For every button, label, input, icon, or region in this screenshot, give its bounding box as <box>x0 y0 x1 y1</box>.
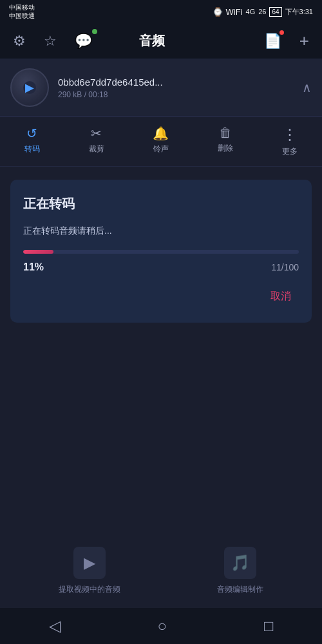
bell-icon: 🔔 <box>153 126 169 141</box>
progress-percent: 11% <box>23 261 44 273</box>
cancel-button[interactable]: 取消 <box>263 286 299 307</box>
recent-apps-button[interactable]: □ <box>251 612 287 640</box>
extract-audio-label: 提取视频中的音频 <box>59 584 120 595</box>
progress-dialog: 正在转码 正在转码音频请稍后... 11% 11/100 取消 <box>10 180 312 323</box>
progress-row: 11% 11/100 <box>23 261 299 273</box>
signal1-icon: 4G <box>246 8 256 15</box>
toolbar: ↺ 转码 ✂ 裁剪 🔔 铃声 🗑 删除 ⋮ 更多 <box>0 117 322 167</box>
audio-edit-label: 音频编辑制作 <box>217 584 263 595</box>
progress-track <box>23 250 299 254</box>
top-nav-bar: ⚙ ☆ 💬 音频 📄 + <box>0 23 322 59</box>
doc-badge <box>279 30 284 35</box>
carrier2: 中国联通 <box>9 12 35 20</box>
video-icon: ▶ <box>84 554 95 572</box>
toolbar-more[interactable]: ⋮ 更多 <box>272 123 308 160</box>
audio-edit-item[interactable]: 🎵 音频编辑制作 <box>217 547 263 595</box>
transcode-label: 转码 <box>24 144 40 155</box>
progress-count: 11/100 <box>271 262 299 272</box>
add-icon[interactable]: + <box>297 28 312 53</box>
toolbar-transcode[interactable]: ↺ 转码 <box>14 123 50 160</box>
chat-icon[interactable]: 💬 <box>72 30 95 52</box>
toolbar-ringtone[interactable]: 🔔 铃声 <box>142 123 179 160</box>
music-meta: 290 kB / 00:18 <box>58 90 293 99</box>
album-art[interactable]: ▶ <box>10 68 49 107</box>
transcode-icon: ↺ <box>26 126 37 141</box>
carrier-info: 中国移动 中国联通 <box>9 3 35 20</box>
toolbar-delete[interactable]: 🗑 删除 <box>207 123 243 160</box>
progress-fill <box>23 250 53 254</box>
toolbar-cut[interactable]: ✂ 裁剪 <box>79 123 115 160</box>
signal2-label: 26 <box>258 8 266 15</box>
document-icon[interactable]: 📄 <box>261 30 284 52</box>
settings-icon[interactable]: ⚙ <box>10 30 28 52</box>
more-label: 更多 <box>282 146 298 157</box>
expand-button[interactable]: ∧ <box>302 80 312 95</box>
audio-edit-icon-box: 🎵 <box>224 547 256 579</box>
main-content: 正在转码 正在转码音频请稍后... 11% 11/100 取消 <box>0 167 322 333</box>
extract-audio-icon-box: ▶ <box>73 547 106 579</box>
wifi-icon: WiFi <box>226 7 243 17</box>
music-info: 0bbd6e7dd7de6415ed... 290 kB / 00:18 <box>58 77 293 99</box>
dialog-description: 正在转码音频请稍后... <box>23 225 299 237</box>
time-display: 下午3:31 <box>285 7 313 17</box>
more-icon: ⋮ <box>282 126 298 144</box>
chat-badge <box>92 29 97 34</box>
delete-label: 删除 <box>218 143 233 154</box>
music-player: ▶ 0bbd6e7dd7de6415ed... 290 kB / 00:18 ∧ <box>0 59 322 117</box>
status-indicators: ⌚ WiFi 4G 26 64 下午3:31 <box>213 7 313 17</box>
home-button[interactable]: ○ <box>145 612 180 640</box>
music-title: 0bbd6e7dd7de6415ed... <box>58 77 293 88</box>
play-button[interactable]: ▶ <box>25 80 34 95</box>
carrier1: 中国移动 <box>9 3 35 12</box>
cut-label: 裁剪 <box>89 144 104 155</box>
music-note-icon: 🎵 <box>231 554 250 572</box>
status-bar: 中国移动 中国联通 ⌚ WiFi 4G 26 64 下午3:31 <box>0 0 322 23</box>
bottom-nav-bar: ◁ ○ □ <box>0 608 322 644</box>
dialog-actions: 取消 <box>23 286 299 307</box>
extract-audio-item[interactable]: ▶ 提取视频中的音频 <box>59 547 120 595</box>
bottom-section: ▶ 提取视频中的音频 🎵 音频编辑制作 <box>0 536 322 605</box>
battery-icon: 64 <box>269 7 281 17</box>
back-button[interactable]: ◁ <box>36 612 73 640</box>
trash-icon: 🗑 <box>219 126 232 140</box>
watch-icon: ⌚ <box>213 7 223 17</box>
ringtone-label: 铃声 <box>153 144 169 155</box>
cut-icon: ✂ <box>91 126 102 141</box>
dialog-title: 正在转码 <box>23 195 299 213</box>
